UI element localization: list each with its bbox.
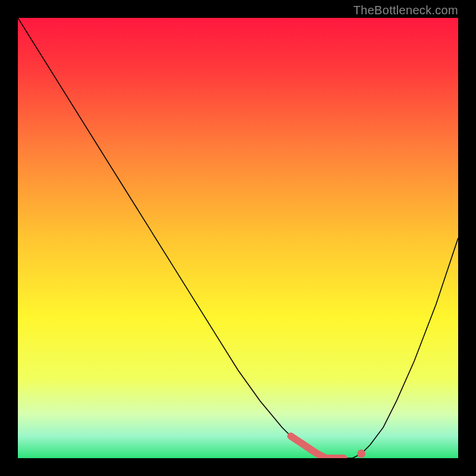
plot-area [18, 18, 458, 458]
svg-point-1 [357, 450, 365, 458]
bottleneck-curve [18, 18, 458, 458]
watermark-text: TheBottleneck.com [353, 4, 458, 17]
chart-container: TheBottleneck.com [0, 0, 476, 476]
